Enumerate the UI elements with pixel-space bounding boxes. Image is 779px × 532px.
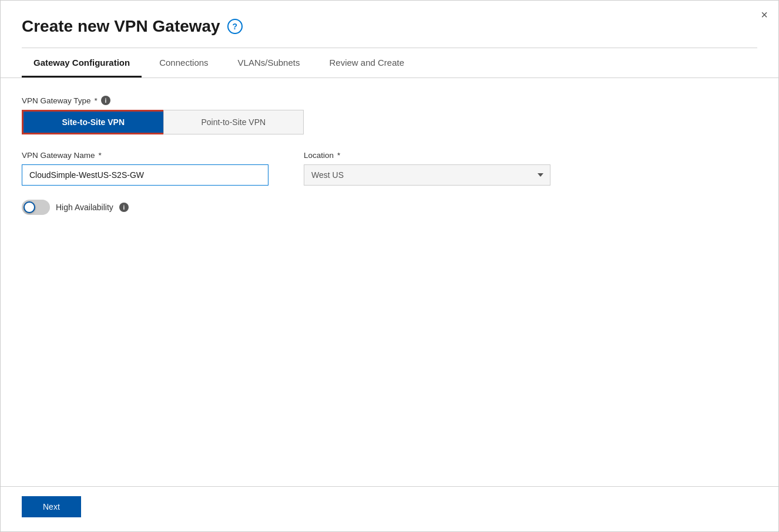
point-to-site-button[interactable]: Point-to-Site VPN (163, 110, 304, 134)
help-icon[interactable]: ? (227, 19, 243, 34)
tab-connections[interactable]: Connections (147, 48, 220, 78)
ha-toggle-knob (23, 201, 35, 213)
modal-body: VPN Gateway Type * i Site-to-Site VPN Po… (1, 78, 778, 486)
next-button[interactable]: Next (22, 496, 81, 517)
high-availability-row: High Availability i (22, 200, 757, 215)
location-select-wrapper: West US East US North Europe West Europe (304, 164, 550, 186)
vpn-type-toggle-group: Site-to-Site VPN Point-to-Site VPN (22, 110, 304, 134)
ha-toggle[interactable] (22, 200, 50, 215)
name-location-row: VPN Gateway Name * Location * West US Ea… (22, 151, 757, 186)
tab-gateway-config[interactable]: Gateway Configuration (22, 48, 142, 78)
location-label: Location * (304, 151, 550, 160)
modal-footer: Next (1, 486, 778, 531)
tab-bar: Gateway Configuration Connections VLANs/… (1, 48, 778, 78)
location-field-container: Location * West US East US North Europe … (304, 151, 550, 186)
tab-review-create[interactable]: Review and Create (317, 48, 416, 78)
ha-label: High Availability (56, 203, 113, 212)
modal-container: × Create new VPN Gateway ? Gateway Confi… (0, 0, 779, 532)
ha-toggle-track (22, 200, 50, 215)
vpn-type-label: VPN Gateway Type * i (22, 96, 757, 105)
ha-info-icon[interactable]: i (119, 203, 129, 212)
name-field-container: VPN Gateway Name * (22, 151, 268, 186)
vpn-type-info-icon[interactable]: i (101, 96, 110, 105)
location-select[interactable]: West US East US North Europe West Europe (304, 164, 550, 186)
modal-header: Create new VPN Gateway ? (1, 1, 778, 48)
modal-title: Create new VPN Gateway (22, 17, 220, 36)
close-button[interactable]: × (761, 9, 768, 21)
name-label: VPN Gateway Name * (22, 151, 268, 160)
title-row: Create new VPN Gateway ? (22, 17, 757, 36)
vpn-gateway-name-input[interactable] (22, 164, 268, 186)
site-to-site-button[interactable]: Site-to-Site VPN (22, 110, 163, 134)
tab-vlans-subnets[interactable]: VLANs/Subnets (226, 48, 312, 78)
